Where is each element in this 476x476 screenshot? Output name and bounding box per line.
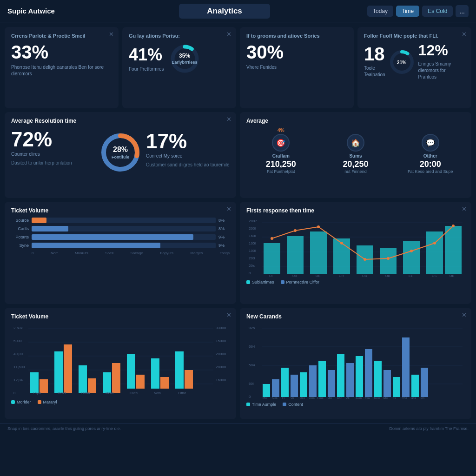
svg-rect-70: [136, 375, 145, 389]
card-4-left: 18 Toole Tealpation: [364, 45, 385, 78]
svg-text:160l: 160l: [249, 234, 256, 238]
svg-text:664: 664: [249, 344, 255, 349]
avg-item-1: 🏠 Sums 20,250 nut Finnend: [321, 128, 390, 175]
avg-res-right: 17% Conrect My sorce Customer sand dligr…: [146, 128, 230, 168]
footer-right: Donim arlems alo ply frarntim The Framse…: [390, 426, 469, 431]
svg-rect-65: [79, 365, 87, 393]
avg-item-2: 💬 Otther 20:00 Fat Keso ared and Supe: [396, 128, 465, 175]
grouped-bar-svg: 2,60k 5000 40,00 11,600 12,04 0 33000 15…: [11, 324, 230, 398]
target-icon: 🎯: [272, 134, 290, 152]
more-button[interactable]: ...: [456, 5, 469, 17]
card-2-left: 41% Four Pretformres: [129, 44, 164, 73]
svg-rect-102: [365, 349, 372, 397]
card-3-percent: 30%: [246, 42, 347, 62]
hbar-row-2: Potarts 9%: [11, 234, 230, 240]
legend-dot-teal: [246, 280, 250, 284]
svg-text:Ol: Ol: [269, 274, 272, 278]
svg-rect-108: [421, 368, 428, 397]
svg-rect-99: [337, 354, 344, 397]
hbar-chart: Source 8% Carlts 8% Potarts: [11, 218, 230, 255]
today-button[interactable]: Today: [367, 6, 393, 17]
svg-rect-64: [64, 344, 72, 393]
time-button[interactable]: Time: [396, 6, 419, 17]
close-button-avg[interactable]: ✕: [226, 116, 231, 123]
svg-text:OB: OB: [385, 274, 390, 278]
svg-text:925: 925: [249, 326, 255, 330]
header-title-area: Analytics: [82, 4, 367, 19]
avg-item-0: 4% 🎯 Craflam 210,250 Fat Fuethetplat: [246, 128, 316, 175]
footer: Snap in birs cacronmrs, arairle this gul…: [0, 423, 476, 434]
grouped-bar-area: 2,60k 5000 40,00 11,600 12,04 0 33000 15…: [11, 324, 230, 398]
card-2-donut: 35% Earlybrrtless: [170, 44, 200, 74]
card-2-label: Four Pretformres: [129, 66, 164, 73]
header: Supic Autwice Analytics Today Time Es Co…: [0, 0, 476, 22]
svg-point-33: [410, 250, 413, 252]
new-carands-title: New Carands: [246, 313, 465, 320]
close-button-grouped[interactable]: ✕: [226, 311, 231, 318]
svg-rect-100: [346, 363, 354, 397]
card-1-percent: 33%: [11, 42, 112, 62]
svg-text:Mer: Mer: [383, 397, 388, 399]
svg-text:Layta: Layta: [33, 391, 41, 395]
chart-row-1: ✕ Ticket Volume Source 8% Carlts 8%: [5, 202, 471, 304]
donut-avg-label: 28% Fontifule: [112, 145, 129, 160]
svg-text:2,60k: 2,60k: [13, 326, 23, 330]
legend-dot-content: [283, 403, 286, 406]
cold-button[interactable]: Es Cold: [422, 6, 453, 17]
svg-text:On: On: [421, 397, 424, 399]
avg-resolution-title: Average Resolution time: [11, 118, 230, 124]
svg-text:60l: 60l: [249, 382, 254, 386]
svg-point-35: [452, 225, 455, 227]
svg-rect-105: [393, 377, 400, 397]
close-button-hbar[interactable]: ✕: [226, 205, 231, 212]
mid-row: ✕ Average Resolution time 72% Counter cl…: [5, 112, 471, 198]
svg-text:Juon: Juon: [356, 397, 362, 399]
svg-rect-18: [264, 243, 280, 274]
svg-rect-95: [300, 372, 307, 397]
close-button-2[interactable]: ✕: [226, 31, 231, 38]
top-row: ✕ Crrens Parlote & Proctie Smeil 33% Pho…: [5, 27, 471, 108]
svg-text:Ales: Ales: [272, 397, 278, 399]
svg-text:Cittar: Cittar: [178, 391, 186, 395]
legend-dot-morider: [11, 400, 15, 404]
svg-text:OB: OB: [362, 274, 367, 278]
svg-text:Fi: Fi: [282, 397, 284, 399]
svg-rect-23: [380, 248, 397, 274]
close-button-1[interactable]: ✕: [109, 31, 114, 38]
hbar-axis: 0 Norr Monruts Soell Socage Bopyuts Marg…: [11, 251, 230, 255]
chat-icon: 💬: [422, 134, 439, 152]
close-button-newbar[interactable]: ✕: [462, 311, 467, 318]
app-logo: Supic Autwice: [7, 7, 82, 15]
main-content: ✕ Crrens Parlote & Proctie Smeil 33% Pho…: [0, 22, 476, 423]
first-response-title: Firsts response then time: [246, 207, 465, 214]
svg-rect-26: [445, 226, 462, 274]
legend-time-aumple: Time Aumple: [246, 402, 276, 407]
legend-subiartimes: Subiartimes: [246, 280, 274, 284]
svg-rect-104: [383, 370, 391, 397]
close-button-4[interactable]: ✕: [462, 31, 467, 38]
svg-text:200l: 200l: [249, 226, 256, 231]
svg-text:E1: E1: [409, 274, 413, 278]
close-button-combo[interactable]: ✕: [462, 205, 467, 212]
svg-rect-67: [103, 372, 111, 393]
svg-text:504: 504: [249, 363, 255, 367]
card-1-title: Crrens Parlote & Proctie Smeil: [11, 33, 112, 39]
ticket-volume-title: Ticket Volume: [11, 207, 230, 214]
avg-res-left: 72% Counter clires Dasited to unlor herp…: [11, 128, 95, 166]
ticket-volume-grouped-title: Ticket Volume: [11, 313, 230, 320]
stat-card-2: ✕ Gu lay ations Porisu: 41% Four Pretfor…: [122, 27, 236, 108]
svg-text:2007: 2007: [249, 219, 257, 223]
svg-rect-61: [30, 372, 39, 393]
svg-rect-73: [175, 351, 184, 389]
svg-rect-101: [356, 356, 363, 397]
legend-dot-mararyl: [38, 400, 41, 404]
svg-text:Dee: Dee: [300, 397, 305, 399]
svg-text:33000: 33000: [216, 326, 226, 330]
svg-text:28000: 28000: [216, 365, 226, 369]
hbar-row-3: Syne 9%: [11, 243, 230, 248]
svg-text:20s: 20s: [249, 264, 255, 268]
hbar-row-1: Carlts 8%: [11, 226, 230, 231]
avg-right-content: 4% 🎯 Craflam 210,250 Fat Fuethetplat 🏠 S…: [246, 128, 465, 175]
svg-text:105l: 105l: [249, 241, 256, 245]
card-4-right: 12% Eringes Smamy dieromors for Pranloos: [418, 42, 465, 80]
